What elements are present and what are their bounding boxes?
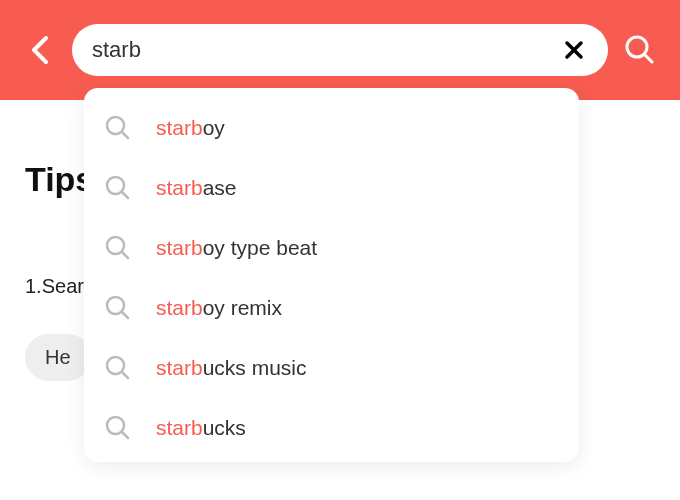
suggestion-text: starbucks [156,416,246,440]
search-input[interactable] [92,37,560,63]
suggestion-item[interactable]: starboy [84,98,579,158]
suggestion-text: starbucks music [156,356,307,380]
suggestion-item[interactable]: starbase [84,158,579,218]
suggestion-text: starboy [156,116,225,140]
suggestion-item[interactable]: starbucks [84,398,579,458]
search-icon [104,234,132,262]
clear-button[interactable] [560,36,588,64]
suggestion-text: starbase [156,176,237,200]
search-icon [104,294,132,322]
header-bar [0,0,680,100]
suggestions-dropdown: starboystarbasestarboy type beatstarboy … [84,88,579,462]
suggestion-text: starboy type beat [156,236,317,260]
suggestion-item[interactable]: starboy type beat [84,218,579,278]
suggestion-item[interactable]: starbucks music [84,338,579,398]
tip-pill[interactable]: He [25,334,91,381]
search-icon [104,174,132,202]
search-button[interactable] [620,30,660,70]
chevron-left-icon [29,34,51,66]
search-icon [104,354,132,382]
suggestion-text: starboy remix [156,296,282,320]
suggestion-item[interactable]: starboy remix [84,278,579,338]
search-box [72,24,608,76]
close-icon [564,40,584,60]
search-icon [104,414,132,442]
search-icon [624,34,656,66]
back-button[interactable] [20,30,60,70]
search-icon [104,114,132,142]
